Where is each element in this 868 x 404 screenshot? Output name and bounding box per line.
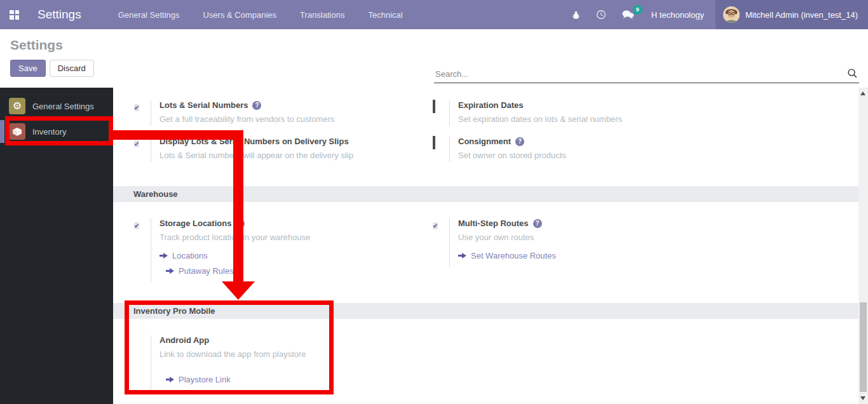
settings-row: ✔ Display Lots & Serial Numbers on Deliv… xyxy=(113,137,858,162)
help-icon[interactable]: ? xyxy=(515,137,524,146)
help-icon[interactable]: ? xyxy=(252,101,261,110)
setting-title: Expiration Dates xyxy=(458,100,524,111)
user-avatar xyxy=(723,6,740,23)
navbar-menus: General Settings Users & Companies Trans… xyxy=(118,10,403,20)
link-playstore[interactable]: Playstore Link xyxy=(166,375,306,384)
checkbox-unchecked[interactable] xyxy=(433,136,435,149)
bug-icon xyxy=(571,10,581,20)
link-putaway-rules[interactable]: Putaway Rules xyxy=(166,266,310,276)
scroll-down-icon[interactable] xyxy=(860,396,865,400)
settings-row: ✔ Storage Locations ? Track product loca… xyxy=(113,219,858,283)
setting-storage-locations: ✔ Storage Locations ? Track product loca… xyxy=(134,219,412,283)
scrollbar-thumb[interactable] xyxy=(860,302,867,392)
apps-grid-icon xyxy=(10,10,19,20)
setting-title: Display Lots & Serial Numbers on Deliver… xyxy=(159,137,349,147)
right-arrow-icon xyxy=(159,252,168,259)
link-label: Set Warehouse Routes xyxy=(471,251,556,260)
menu-general-settings[interactable]: General Settings xyxy=(118,10,180,20)
setting-description: Link to download the app from playstore xyxy=(159,349,306,360)
section-title: Inventory Pro Mobile xyxy=(133,306,215,316)
discard-button[interactable]: Discard xyxy=(50,60,94,77)
setting-multi-step-routes: ✔ Multi-Step Routes ? Use your own route… xyxy=(433,219,710,267)
control-panel: Settings Save Discard xyxy=(0,29,868,88)
top-navbar: Settings General Settings Users & Compan… xyxy=(0,0,868,29)
app-brand-title[interactable]: Settings xyxy=(37,8,81,22)
section-header-inventory-pro-mobile: Inventory Pro Mobile xyxy=(113,303,858,319)
search-box xyxy=(434,65,859,83)
search-icon[interactable] xyxy=(847,68,858,81)
right-arrow-icon xyxy=(166,376,174,383)
right-arrow-icon xyxy=(458,252,466,259)
setting-expiration-dates: Expiration Dates Set expiration dates on… xyxy=(433,100,710,126)
sidebar-item-general-settings[interactable]: ⚙ General Settings xyxy=(0,93,113,119)
scroll-up-icon[interactable] xyxy=(860,91,865,95)
setting-android-app: Android App Link to download the app fro… xyxy=(134,335,412,391)
main-area: ⚙ General Settings Inventory ✔ xyxy=(0,88,868,404)
inventory-box-icon xyxy=(9,123,25,140)
messages-chat-icon[interactable]: 9 xyxy=(621,10,635,20)
setting-display-lots-delivery-slips: ✔ Display Lots & Serial Numbers on Deliv… xyxy=(134,137,412,162)
clock-icon xyxy=(596,10,606,20)
link-label: Locations xyxy=(172,251,208,260)
setting-description: Set owner on stored products xyxy=(458,151,566,161)
sidebar-item-label: General Settings xyxy=(32,102,94,111)
activities-clock-icon[interactable] xyxy=(596,10,606,20)
setting-description: Lots & Serial numbers will appear on the… xyxy=(159,151,353,161)
link-set-warehouse-routes[interactable]: Set Warehouse Routes xyxy=(458,251,556,260)
menu-technical[interactable]: Technical xyxy=(368,10,402,20)
message-count-badge: 9 xyxy=(633,5,642,15)
checkbox-checked[interactable]: ✔ xyxy=(134,140,139,147)
setting-description: Use your own routes xyxy=(458,232,556,243)
setting-description: Set expiration dates on lots & serial nu… xyxy=(458,114,622,125)
setting-description: Get a full traceability from vendors to … xyxy=(159,114,334,125)
debug-bug-icon[interactable] xyxy=(571,10,581,20)
user-menu[interactable]: Mitchell Admin (inven_test_14) xyxy=(715,0,868,29)
navbar-right: 9 H techonology Mitchell Admin (inven_te… xyxy=(571,0,868,29)
settings-sidebar: ⚙ General Settings Inventory xyxy=(0,88,113,404)
help-icon[interactable]: ? xyxy=(236,219,245,228)
right-arrow-icon xyxy=(166,267,174,274)
setting-title: Lots & Serial Numbers xyxy=(159,100,248,111)
gear-icon: ⚙ xyxy=(9,98,25,114)
page-title: Settings xyxy=(0,29,868,53)
user-name-label: Mitchell Admin (inven_test_14) xyxy=(745,10,858,20)
setting-description: Track product location in your warehouse xyxy=(159,232,310,243)
settings-content: ✔ Lots & Serial Numbers ? Get a full tra… xyxy=(113,88,868,404)
checkbox-checked[interactable]: ✔ xyxy=(134,104,139,111)
setting-title: Storage Locations xyxy=(159,219,231,229)
menu-translations[interactable]: Translations xyxy=(300,10,344,20)
setting-title: Multi-Step Routes xyxy=(458,219,529,229)
setting-title: Consignment xyxy=(458,137,511,147)
link-label: Putaway Rules xyxy=(179,266,234,276)
vertical-scrollbar[interactable] xyxy=(858,88,868,404)
help-icon[interactable]: ? xyxy=(533,219,542,228)
checkbox-checked[interactable]: ✔ xyxy=(433,222,438,229)
setting-title: Android App xyxy=(159,335,209,346)
link-locations[interactable]: Locations xyxy=(159,251,310,260)
setting-lots-serial-numbers: ✔ Lots & Serial Numbers ? Get a full tra… xyxy=(134,100,412,126)
section-header-warehouse: Warehouse xyxy=(113,186,858,202)
sidebar-item-inventory[interactable]: Inventory xyxy=(0,119,113,144)
settings-row: ✔ Lots & Serial Numbers ? Get a full tra… xyxy=(113,100,858,126)
checkbox-checked[interactable]: ✔ xyxy=(134,222,139,229)
link-label: Playstore Link xyxy=(179,375,231,384)
sidebar-item-label: Inventory xyxy=(32,127,66,137)
setting-consignment: Consignment ? Set owner on stored produc… xyxy=(433,137,710,162)
settings-row: Android App Link to download the app fro… xyxy=(113,335,858,391)
checkbox-unchecked[interactable] xyxy=(433,100,435,113)
menu-users-companies[interactable]: Users & Companies xyxy=(203,10,277,20)
search-input[interactable] xyxy=(434,65,859,83)
company-switcher[interactable]: H techonology xyxy=(651,10,704,20)
section-title: Warehouse xyxy=(133,189,178,199)
save-button[interactable]: Save xyxy=(10,60,46,77)
apps-menu-button[interactable] xyxy=(6,6,23,24)
